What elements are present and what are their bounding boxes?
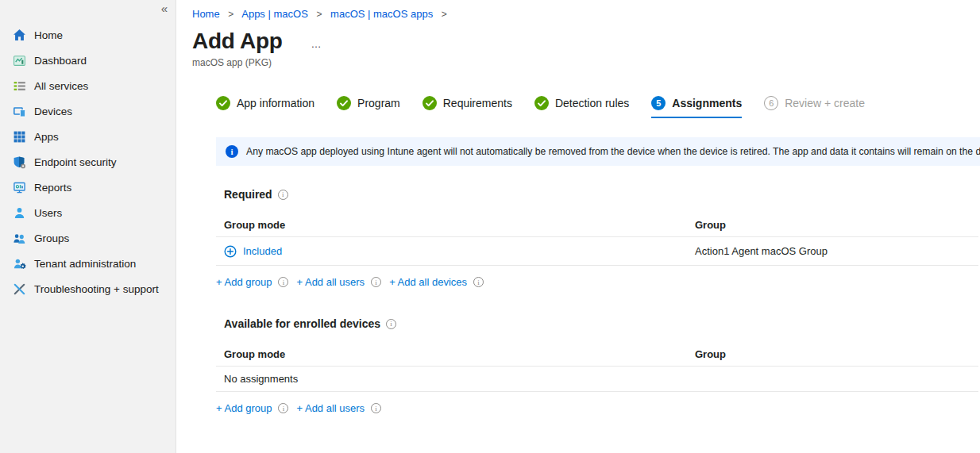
sidebar-item-tenant-administration[interactable]: Tenant administration	[0, 251, 176, 276]
tab-detection-rules[interactable]: Detection rules	[534, 96, 629, 118]
breadcrumb-home-link[interactable]: Home	[192, 8, 220, 20]
table-header-row: Group mode Group	[216, 213, 978, 237]
add-all-users-link[interactable]: + Add all users	[296, 276, 365, 288]
check-icon	[534, 96, 549, 110]
sidebar-item-reports[interactable]: Reports	[0, 175, 176, 200]
sidebar-item-devices[interactable]: Devices	[0, 98, 176, 124]
home-icon	[13, 29, 26, 42]
step-label: Program	[357, 97, 400, 109]
info-icon[interactable]: i	[473, 277, 484, 287]
breadcrumb-separator: >	[316, 9, 322, 20]
step-number-badge: 5	[651, 96, 666, 110]
column-header-group: Group	[695, 219, 978, 231]
available-add-links: + Add group i + Add all users i	[216, 402, 978, 414]
sidebar-item-groups[interactable]: Groups	[0, 225, 176, 251]
info-filled-icon: i	[226, 145, 238, 158]
sidebar-collapse-icon[interactable]: «	[161, 2, 168, 16]
main-content: Home > Apps | macOS > macOS | macOS apps…	[176, 0, 980, 453]
tenant-administration-icon	[13, 257, 26, 271]
tab-assignments[interactable]: 5 Assignments	[651, 96, 742, 118]
apps-icon	[13, 130, 26, 144]
circle-plus-icon	[224, 245, 237, 258]
endpoint-security-icon	[13, 155, 26, 169]
devices-icon	[13, 105, 26, 118]
tab-app-information[interactable]: App information	[216, 96, 314, 118]
sidebar-item-all-services[interactable]: All services	[0, 73, 176, 98]
step-label: Requirements	[443, 97, 512, 109]
breadcrumb-apps-macos-link[interactable]: Apps | macOS	[241, 8, 308, 20]
page-subtitle: macOS app (PKG)	[192, 57, 980, 68]
add-all-users-link[interactable]: + Add all users	[296, 402, 365, 414]
sidebar-item-troubleshooting-support[interactable]: Troubleshooting + support	[0, 276, 176, 301]
sidebar-item-label: Reports	[34, 182, 71, 194]
dashboard-icon	[13, 54, 26, 67]
info-icon[interactable]: i	[371, 403, 381, 413]
sidebar-item-label: Endpoint security	[34, 156, 117, 168]
column-header-group-mode: Group mode	[216, 219, 695, 231]
all-services-icon	[13, 79, 26, 93]
step-label: App information	[237, 97, 314, 109]
breadcrumb-macos-apps-link[interactable]: macOS | macOS apps	[330, 8, 433, 20]
group-name: Action1 Agent macOS Group	[695, 245, 978, 257]
breadcrumb-separator: >	[228, 9, 233, 20]
info-icon[interactable]: i	[278, 190, 288, 200]
info-icon[interactable]: i	[371, 277, 381, 287]
sidebar-item-home[interactable]: Home	[0, 22, 176, 48]
tab-review-create[interactable]: 6 Review + create	[764, 96, 865, 118]
sidebar-item-apps[interactable]: Apps	[0, 124, 176, 149]
add-all-devices-link[interactable]: + Add all devices	[389, 276, 467, 288]
required-add-links: + Add group i + Add all users i + Add al…	[216, 276, 978, 288]
sidebar: « Home Dashboard	[0, 0, 176, 453]
sidebar-item-label: Tenant administration	[34, 258, 136, 270]
info-icon[interactable]: i	[278, 277, 288, 287]
check-icon	[422, 96, 437, 110]
info-banner-text: Any macOS app deployed using Intune agen…	[246, 146, 980, 157]
sidebar-item-label: Groups	[34, 232, 69, 244]
reports-icon	[13, 181, 26, 194]
step-label: Detection rules	[555, 97, 629, 109]
step-label: Assignments	[672, 97, 742, 109]
more-options-icon[interactable]: …	[311, 33, 323, 50]
step-number-badge: 6	[764, 96, 778, 110]
sidebar-item-label: Dashboard	[34, 55, 87, 67]
required-section-title: Required	[224, 188, 272, 201]
sidebar-item-label: Apps	[34, 131, 59, 143]
info-icon[interactable]: i	[386, 319, 396, 329]
sidebar-item-label: Troubleshooting + support	[34, 283, 159, 295]
tab-requirements[interactable]: Requirements	[422, 96, 512, 118]
check-icon	[216, 96, 230, 110]
available-section-title: Available for enrolled devices	[224, 317, 380, 330]
tab-program[interactable]: Program	[337, 96, 400, 118]
no-assignments-row: No assignments	[216, 367, 978, 392]
wizard-steps: App information Program Requirements Det…	[216, 96, 980, 118]
available-section: Available for enrolled devices i Group m…	[216, 317, 978, 414]
sidebar-item-label: Users	[34, 207, 62, 219]
sidebar-nav: Home Dashboard All services	[0, 0, 176, 301]
table-header-row: Group mode Group	[216, 343, 978, 367]
sidebar-item-dashboard[interactable]: Dashboard	[0, 48, 176, 73]
groups-icon	[13, 232, 26, 245]
users-icon	[13, 206, 26, 220]
breadcrumb: Home > Apps | macOS > macOS | macOS apps…	[192, 7, 980, 21]
info-icon[interactable]: i	[278, 403, 288, 413]
info-banner: i Any macOS app deployed using Intune ag…	[216, 137, 980, 166]
required-section: Required i Group mode Group Included Act…	[216, 188, 978, 288]
column-header-group: Group	[695, 348, 978, 360]
sidebar-item-label: Devices	[34, 106, 72, 117]
column-header-group-mode: Group mode	[216, 348, 695, 360]
step-label: Review + create	[785, 97, 865, 109]
sidebar-item-endpoint-security[interactable]: Endpoint security	[0, 149, 176, 175]
sidebar-item-users[interactable]: Users	[0, 200, 176, 225]
included-link[interactable]: Included	[243, 245, 282, 257]
page-title: Add App	[192, 29, 283, 54]
add-group-link[interactable]: + Add group	[216, 402, 272, 414]
check-icon	[337, 96, 351, 110]
sidebar-item-label: All services	[34, 80, 88, 92]
sidebar-item-label: Home	[34, 29, 63, 41]
breadcrumb-separator: >	[442, 9, 447, 20]
troubleshooting-icon	[13, 282, 26, 296]
table-row: Included Action1 Agent macOS Group	[216, 237, 978, 266]
add-group-link[interactable]: + Add group	[216, 276, 272, 288]
